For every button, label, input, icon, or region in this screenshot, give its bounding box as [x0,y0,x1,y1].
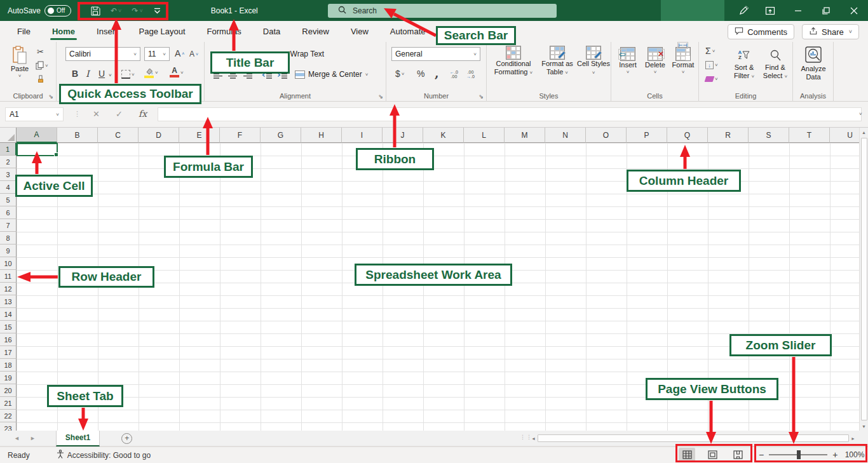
comments-button[interactable]: Comments [728,24,794,39]
underline-caret-icon[interactable]: ˅ [109,72,112,78]
tab-formulas[interactable]: Formulas [196,21,252,42]
tab-view[interactable]: View [340,21,379,42]
number-format-select[interactable]: General˅ [391,47,480,61]
row-header-20[interactable]: 20 [0,384,17,397]
column-header-R[interactable]: R [708,128,749,143]
column-header-T[interactable]: T [789,128,830,143]
row-header-11[interactable]: 11 [0,270,17,283]
decrease-decimal-icon[interactable]: .00→.0 [466,70,475,79]
ribbon-display-options-icon[interactable] [756,0,784,21]
format-as-table-button[interactable]: Format as Table ˅ [538,46,577,77]
formula-bar-expand-icon[interactable]: ˅ [859,111,862,117]
name-box[interactable]: A1 ˅ [5,107,64,121]
bold-button[interactable]: B [72,69,78,79]
tab-page-layout[interactable]: Page Layout [128,21,196,42]
cancel-icon[interactable]: ✕ [93,109,100,119]
delete-cells-button[interactable]: ✕ Delete ˅ [642,47,668,75]
insert-function-icon[interactable]: fx [139,109,147,119]
row-header-17[interactable]: 17 [0,346,17,359]
clipboard-dialog-launcher-icon[interactable]: ⇘ [48,93,53,100]
column-header-L[interactable]: L [464,128,505,143]
enter-icon[interactable]: ✓ [116,109,123,119]
column-header-I[interactable]: I [342,128,383,143]
tab-automate[interactable]: Automate [379,21,437,42]
search-bar[interactable]: Search [328,4,557,18]
column-header-D[interactable]: D [139,128,179,143]
column-header-A[interactable]: A [17,128,57,143]
fill-color-icon[interactable]: ˅ [144,67,158,78]
column-header-M[interactable]: M [505,128,545,143]
conditional-formatting-button[interactable]: Conditional Formatting ˅ [489,46,538,77]
row-header-13[interactable]: 13 [0,295,17,308]
format-cells-button[interactable]: ⊢⊣ Format ˅ [670,47,696,75]
autosave-toggle[interactable]: Off [44,5,71,17]
horizontal-scroll-thumb[interactable] [538,434,849,442]
row-header-18[interactable]: 18 [0,359,17,372]
increase-font-icon[interactable]: A˄ [175,48,184,58]
row-header-16[interactable]: 16 [0,333,17,346]
prev-sheet-icon[interactable]: ◄ [14,435,20,441]
column-header-C[interactable]: C [98,128,139,143]
vertical-scrollbar[interactable]: ▲ ▼ [859,128,868,431]
font-family-select[interactable]: Calibri˅ [65,47,140,61]
column-header-O[interactable]: O [586,128,627,143]
feedback-pen-icon[interactable] [731,0,756,21]
insert-cells-button[interactable]: ⇦ Insert ˅ [615,47,641,75]
row-header-9[interactable]: 9 [0,245,17,257]
accessibility-status[interactable]: Accessibility: Good to go [57,450,151,460]
format-painter-icon[interactable] [36,75,45,84]
increase-decimal-icon[interactable]: ←.0.00 [450,70,458,79]
column-header-K[interactable]: K [423,128,464,143]
cell-styles-button[interactable]: Cell Styles ˅ [577,46,610,77]
tab-file[interactable]: File [6,21,41,42]
row-header-8[interactable]: 8 [0,232,17,245]
row-header-6[interactable]: 6 [0,206,17,219]
tab-review[interactable]: Review [291,21,340,42]
tab-home[interactable]: Home [41,21,86,42]
row-header-5[interactable]: 5 [0,194,17,206]
column-header-J[interactable]: J [383,128,423,143]
column-header-E[interactable]: E [179,128,220,143]
maximize-button[interactable] [812,0,840,21]
alignment-dialog-launcher-icon[interactable]: ⇘ [378,93,383,100]
close-button[interactable] [840,0,868,21]
percent-format-icon[interactable]: % [417,69,424,79]
font-color-icon[interactable]: A ˅ [170,67,184,77]
formula-bar-splitter[interactable]: ⋮ [74,110,81,118]
underline-button[interactable]: U [98,69,105,79]
currency-format-icon[interactable]: $˅ [395,69,404,79]
scroll-right-icon[interactable]: ► [851,434,855,443]
scroll-left-icon[interactable]: ◄ [531,434,536,443]
row-header-19[interactable]: 19 [0,372,17,384]
cut-icon[interactable]: ✂ [37,47,44,57]
select-all-corner[interactable] [0,128,17,143]
column-header-H[interactable]: H [301,128,342,143]
row-header-21[interactable]: 21 [0,397,17,410]
row-header-14[interactable]: 14 [0,308,17,321]
column-header-B[interactable]: B [57,128,98,143]
tab-data[interactable]: Data [252,21,291,42]
row-header-22[interactable]: 22 [0,410,17,422]
row-header-12[interactable]: 12 [0,283,17,295]
autosum-icon[interactable]: Σ˅ [705,46,715,56]
share-button[interactable]: Share ˅ [802,24,859,39]
column-header-G[interactable]: G [261,128,301,143]
column-header-Q[interactable]: Q [667,128,708,143]
analyze-data-button[interactable]: Analyze Data [797,46,830,81]
vertical-scroll-thumb[interactable] [861,138,867,420]
row-header-3[interactable]: 3 [0,168,17,181]
formula-input[interactable] [158,107,862,121]
tab-insert[interactable]: Insert [86,21,128,42]
comma-format-icon[interactable]: , [435,66,439,80]
find-select-button[interactable]: Find & Select ˅ [760,47,790,81]
font-size-select[interactable]: 11˅ [144,47,170,61]
column-header-P[interactable]: P [627,128,667,143]
column-header-N[interactable]: N [545,128,586,143]
row-header-23[interactable]: 23 [0,422,17,431]
italic-button[interactable]: I [86,69,90,79]
active-cell[interactable] [17,143,58,156]
clear-icon[interactable]: ˅ [705,76,718,82]
row-header-10[interactable]: 10 [0,257,17,270]
column-header-F[interactable]: F [220,128,261,143]
merge-center-button[interactable]: Merge & Center ˅ [295,70,368,79]
